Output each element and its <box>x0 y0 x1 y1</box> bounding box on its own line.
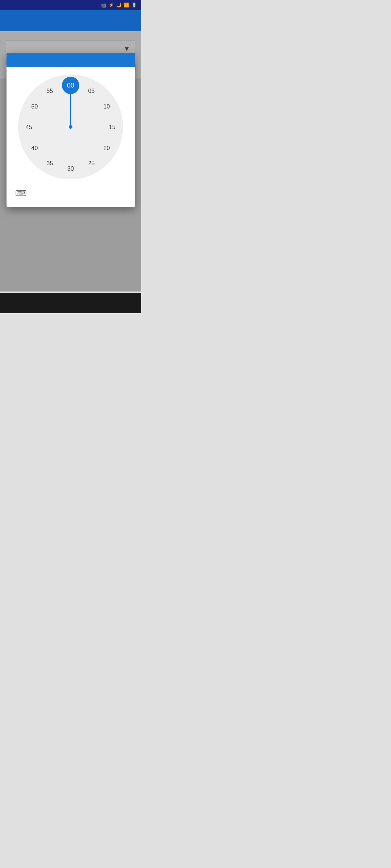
moon-icon: 🌙 <box>116 3 122 8</box>
bluetooth-icon: ⚡ <box>109 3 114 8</box>
keyboard-toggle-button[interactable]: ⌨ <box>12 186 30 201</box>
clock-container: 000510152025303540455055 <box>7 67 135 183</box>
app-header <box>0 10 141 31</box>
keyboard-icon: ⌨ <box>15 189 27 198</box>
overlay: 000510152025303540455055 placeholder ⌨ <box>0 31 141 292</box>
svg-text:10: 10 <box>104 103 110 110</box>
time-picker-dialog: 000510152025303540455055 placeholder ⌨ <box>7 53 135 207</box>
dialog-actions: ⌨ <box>7 183 135 207</box>
svg-text:50: 50 <box>31 103 38 110</box>
svg-text:20: 20 <box>104 145 110 151</box>
time-display <box>68 59 73 60</box>
video-icon: 📹 <box>100 2 106 8</box>
svg-text:30: 30 <box>67 166 74 172</box>
svg-text:15: 15 <box>109 124 115 130</box>
ok-button[interactable] <box>118 191 129 196</box>
svg-text:25: 25 <box>88 160 95 166</box>
battery-icon: 🔋 <box>131 3 137 8</box>
wifi-icon: 📶 <box>124 3 129 8</box>
status-bar: 📹 ⚡ 🌙 📶 🔋 <box>0 0 141 10</box>
time-picker-header <box>7 53 135 67</box>
bottom-nav <box>0 293 141 313</box>
svg-text:40: 40 <box>31 145 38 151</box>
clock-face[interactable]: 000510152025303540455055 <box>18 75 123 179</box>
svg-text:45: 45 <box>26 124 32 130</box>
svg-text:00: 00 <box>67 82 74 89</box>
cancel-button[interactable] <box>103 191 115 196</box>
action-buttons <box>103 191 129 196</box>
status-icons: 📹 ⚡ 🌙 📶 🔋 <box>100 2 137 8</box>
svg-text:55: 55 <box>47 88 53 94</box>
svg-text:35: 35 <box>47 160 53 166</box>
svg-point-1 <box>69 125 72 129</box>
svg-text:05: 05 <box>88 88 95 94</box>
